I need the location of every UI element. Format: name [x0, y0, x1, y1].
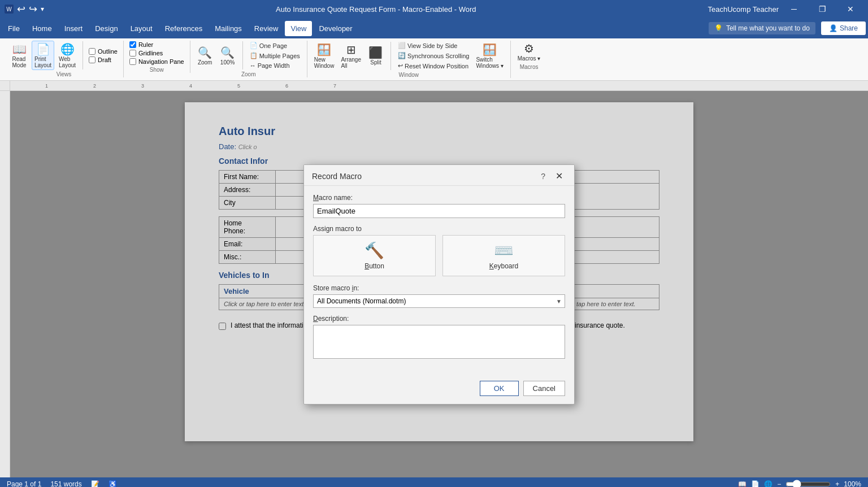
split-btn[interactable]: ⬛ Split — [366, 45, 386, 67]
zoom-btn[interactable]: 🔍 Zoom — [195, 45, 215, 67]
store-label: Store macro in: — [313, 284, 565, 292]
modal-close-btn[interactable]: ✕ — [552, 171, 566, 182]
modal-title: Record Macro — [312, 172, 362, 181]
status-right: 📖 📄 🌐 − + 100% — [738, 480, 861, 487]
print-layout-status-btn[interactable]: 📄 — [751, 480, 760, 487]
menu-references[interactable]: References — [159, 21, 208, 36]
macros-label: Macros — [515, 64, 543, 70]
ribbon-group-show: Ruler Gridlines Navigation Pane Show — [124, 41, 190, 73]
menu-mailings[interactable]: Mailings — [209, 21, 248, 36]
web-layout-label: WebLayout — [59, 56, 76, 68]
show-label: Show — [128, 67, 185, 73]
100pct-icon: 🔍 — [220, 46, 235, 59]
outline-check[interactable]: Outline — [88, 47, 119, 55]
nav-pane-check[interactable]: Navigation Pane — [128, 58, 185, 66]
arrange-all-label: ArrangeAll — [341, 56, 361, 69]
view-checks: Outline Draft — [88, 47, 119, 64]
menu-review[interactable]: Review — [249, 21, 284, 36]
menu-developer[interactable]: Developer — [313, 21, 358, 36]
ruler-check[interactable]: Ruler — [128, 41, 185, 49]
view-side-by-side-btn[interactable]: ⬜ View Side by Side — [396, 41, 471, 50]
macros-label: Macros ▾ — [518, 55, 541, 62]
undo-btn[interactable]: ↩ — [17, 3, 25, 15]
accessibility-icon: ♿ — [108, 480, 117, 487]
minimize-btn[interactable]: ─ — [781, 0, 807, 18]
zoom-out-btn[interactable]: − — [777, 480, 781, 487]
zoom-level: 100% — [844, 480, 861, 487]
modal-help-btn[interactable]: ? — [537, 171, 549, 182]
assign-group: Assign macro to 🔨 Button ⌨️ Keyboard — [313, 225, 565, 276]
new-window-btn[interactable]: 🪟 NewWindow — [312, 42, 337, 70]
zoom-slider[interactable] — [785, 480, 831, 487]
button-assign-btn[interactable]: 🔨 Button — [313, 235, 436, 276]
modal-overlay: Record Macro ? ✕ Macro name: Assign ma — [10, 91, 868, 477]
web-layout-status-btn[interactable]: 🌐 — [764, 480, 772, 487]
new-window-label: NewWindow — [314, 56, 335, 69]
one-page-btn[interactable]: 📄 One Page — [248, 41, 302, 50]
restore-btn[interactable]: ❐ — [809, 0, 835, 18]
read-mode-status-btn[interactable]: 📖 — [738, 480, 747, 487]
macros-btn[interactable]: ⚙ Macros ▾ — [515, 41, 543, 63]
read-mode-icon: 📖 — [12, 42, 27, 56]
separator3 — [390, 42, 391, 70]
100pct-btn[interactable]: 🔍 100% — [218, 45, 238, 67]
record-macro-dialog: Record Macro ? ✕ Macro name: Assign ma — [303, 164, 575, 405]
document-area: Auto Insur Date: Click o Contact Infor F… — [10, 91, 868, 477]
window-side-btns: ⬜ View Side by Side 🔄 Synchronous Scroll… — [396, 41, 471, 71]
modal-controls: ? ✕ — [537, 171, 566, 182]
arrange-all-btn[interactable]: ⊞ ArrangeAll — [338, 42, 363, 70]
description-textarea[interactable] — [313, 325, 565, 359]
ribbon-group-zoom: 🔍 Zoom 🔍 100% 📄 One Page 📋 Multiple Page… — [190, 41, 307, 77]
zoom-in-btn[interactable]: + — [835, 480, 839, 487]
menu-view[interactable]: View — [285, 21, 312, 36]
draft-check[interactable]: Draft — [88, 56, 119, 64]
zoom-btns: 🔍 Zoom 🔍 100% 📄 One Page 📋 Multiple Page… — [195, 41, 302, 70]
person-icon: 👤 — [829, 24, 837, 32]
store-select[interactable]: All Documents (Normal.dotm) Current Docu… — [313, 294, 565, 308]
reset-window-btn[interactable]: ↩ Reset Window Position — [396, 61, 471, 71]
ruler-marks: 1 2 3 4 5 6 7 — [10, 81, 868, 90]
print-layout-label: PrintLayout — [34, 56, 51, 68]
ribbon-group-macros: ⚙ Macros ▾ Macros — [511, 41, 548, 70]
menu-home[interactable]: Home — [27, 21, 58, 36]
tell-me-search[interactable]: 💡 Tell me what you want to do — [709, 22, 815, 34]
redo-btn[interactable]: ↪ — [29, 3, 37, 15]
switch-windows-btn[interactable]: 🪟 SwitchWindows ▾ — [474, 42, 505, 70]
horizontal-ruler: 1 2 3 4 5 6 7 — [10, 81, 868, 90]
zoom-icon: 🔍 — [198, 46, 212, 59]
web-layout-btn[interactable]: 🌐 WebLayout — [57, 41, 78, 69]
ribbon: 📖 ReadMode 📄 PrintLayout 🌐 WebLayout Out… — [0, 38, 868, 81]
view-side-icon: ⬜ — [398, 42, 406, 49]
menu-layout[interactable]: Layout — [125, 21, 158, 36]
title-bar-right: TeachUcomp Teacher ─ ❐ ✕ — [708, 0, 864, 18]
draft-label: Draft — [98, 56, 111, 63]
close-btn[interactable]: ✕ — [837, 0, 863, 18]
cancel-button[interactable]: Cancel — [523, 381, 565, 396]
views-btns: 📖 ReadMode 📄 PrintLayout 🌐 WebLayout Out… — [9, 41, 119, 70]
share-label: Share — [840, 24, 858, 32]
keyboard-assign-btn[interactable]: ⌨️ Keyboard — [442, 235, 565, 276]
multiple-pages-btn[interactable]: 📋 Multiple Pages — [248, 51, 302, 60]
gridlines-check[interactable]: Gridlines — [128, 49, 185, 57]
page-width-btn[interactable]: ↔ Page Width — [248, 61, 302, 70]
menu-insert[interactable]: Insert — [59, 21, 89, 36]
read-mode-btn[interactable]: 📖 ReadMode — [9, 41, 29, 69]
macro-name-input[interactable] — [313, 204, 565, 218]
menu-file[interactable]: File — [2, 21, 25, 36]
user-name: TeachUcomp Teacher — [708, 5, 779, 14]
button-icon: 🔨 — [364, 241, 384, 260]
share-button[interactable]: 👤 Share — [821, 21, 866, 35]
print-layout-btn[interactable]: 📄 PrintLayout — [32, 41, 54, 70]
keyboard-icon: ⌨️ — [494, 241, 514, 260]
assign-row: 🔨 Button ⌨️ Keyboard — [313, 235, 565, 276]
ok-button[interactable]: OK — [480, 381, 519, 396]
macros-btns: ⚙ Macros ▾ — [515, 41, 543, 63]
zoom-label: Zoom — [198, 59, 212, 66]
menu-bar: File Home Insert Design Layout Reference… — [0, 18, 868, 38]
show-btns: Ruler Gridlines Navigation Pane — [128, 41, 185, 66]
sync-scrolling-btn[interactable]: 🔄 Synchronous Scrolling — [396, 51, 471, 60]
page-width-icon: ↔ — [250, 62, 256, 69]
window-label: Window — [312, 72, 506, 78]
menu-design[interactable]: Design — [89, 21, 123, 36]
status-bar: Page 1 of 1 151 words 📝 ♿ 📖 📄 🌐 − + 100% — [0, 477, 868, 487]
